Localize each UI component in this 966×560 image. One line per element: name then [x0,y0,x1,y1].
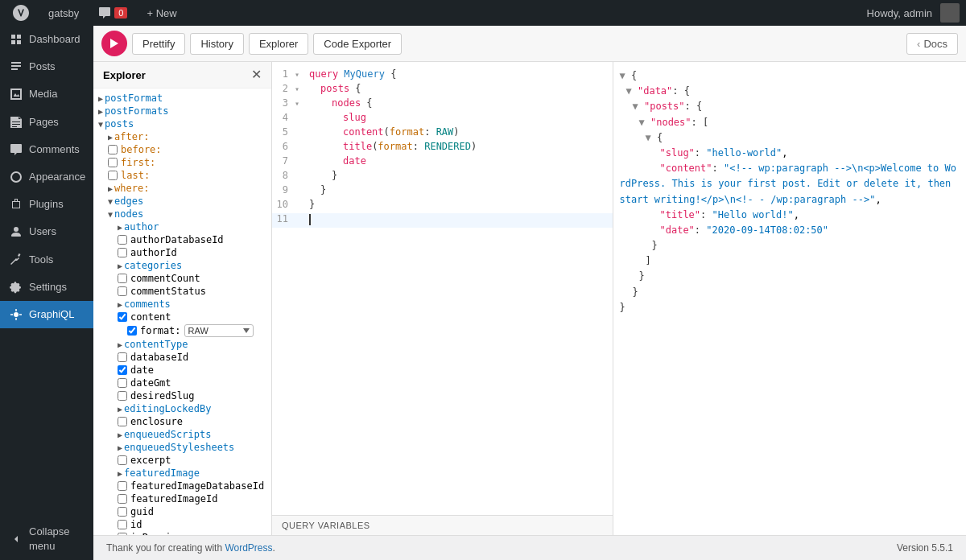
field-name: enqueuedStylesheets [124,442,234,453]
field-checkbox[interactable] [118,417,127,426]
list-item[interactable]: ▶ categories [93,259,271,272]
field-checkbox[interactable] [108,145,118,154]
sidebar-item-users[interactable]: Users [0,218,93,245]
arrow-icon: ▶ [118,443,122,452]
list-item[interactable]: before: [93,143,271,156]
list-item[interactable]: featuredImageDatabaseId [93,480,271,492]
list-item[interactable]: ▶ enqueuedStylesheets [93,441,271,454]
field-name: posts [105,118,134,130]
result-line: "title": "Hello world!", [620,208,960,223]
prettify-button[interactable]: Prettify [132,33,185,55]
list-item[interactable]: content [93,311,271,323]
format-checkbox[interactable] [127,326,137,336]
list-item[interactable]: ▶ contentType [93,338,271,351]
list-item[interactable]: ▼ edges [93,195,271,208]
format-select[interactable]: RAW RENDERED [184,324,254,337]
list-item[interactable]: authorId [93,246,271,259]
list-item[interactable]: databaseId [93,351,271,364]
list-item[interactable]: ▶ author [93,220,271,233]
sidebar-item-dashboard[interactable]: Dashboard [0,26,93,53]
field-checkbox[interactable] [118,507,127,517]
code-exporter-button[interactable]: Code Exporter [313,33,402,55]
list-item[interactable]: ▼ nodes [93,208,271,220]
sidebar-item-collapse[interactable]: Collapse menu [0,518,93,560]
field-checkbox[interactable] [118,494,127,504]
wordpress-link[interactable]: WordPress [225,542,272,554]
query-variables-bar[interactable]: QUERY VARIABLES [272,515,613,535]
adminbar-site-name[interactable]: gatsby [42,0,85,26]
list-item[interactable]: desiredSlug [93,389,271,402]
sidebar-item-tools[interactable]: Tools [0,246,93,274]
field-checkbox[interactable] [118,378,127,388]
list-item[interactable]: commentCount [93,272,271,285]
date-checkbox[interactable] [118,365,127,375]
list-item[interactable]: enclosure [93,415,271,428]
list-item[interactable]: ▶ postFormat [93,92,271,105]
list-item[interactable]: featuredImageId [93,492,271,505]
sidebar-item-pages[interactable]: Pages [0,109,93,136]
list-item[interactable]: ▶ comments [93,298,271,311]
sidebar-item-label: Collapse menu [29,525,84,554]
execute-button[interactable] [101,31,127,56]
field-checkbox[interactable] [118,274,127,283]
editor-body[interactable]: 1 ▾ query MyQuery { 2 ▾ posts { 3 ▾ [272,62,613,515]
field-name: first: [121,157,155,168]
list-item[interactable]: ▶ postFormats [93,105,271,117]
field-checkbox[interactable] [118,248,127,257]
sidebar-item-settings[interactable]: Settings [0,274,93,301]
list-item[interactable]: id [93,518,271,531]
arrow-icon: ▶ [98,94,103,103]
field-name: authorDatabaseId [130,234,224,245]
field-checkbox[interactable] [108,171,118,180]
content-checkbox[interactable] [118,312,127,322]
editor-line: 4 slug [272,112,613,126]
list-item[interactable]: ▼ posts [93,117,271,130]
adminbar-wp-logo[interactable] [6,0,35,26]
list-item[interactable]: excerpt [93,454,271,467]
field-checkbox[interactable] [118,235,127,245]
sidebar-item-comments[interactable]: Comments [0,136,93,163]
posts-icon [10,60,23,73]
list-item[interactable]: dateGmt [93,377,271,389]
list-item[interactable]: ▶ editingLockedBy [93,402,271,415]
list-item[interactable]: last: [93,169,271,182]
field-name: comments [124,299,171,310]
footer-text: Thank you for creating with WordPress. [106,542,275,554]
list-item[interactable]: date [93,364,271,377]
settings-icon [10,281,23,294]
editor-line: 9 } [272,184,613,199]
list-item[interactable]: first: [93,156,271,169]
history-button[interactable]: History [190,33,243,55]
field-checkbox[interactable] [118,286,127,296]
arrow-icon: ▶ [118,430,122,439]
field-checkbox[interactable] [118,481,127,491]
explorer-close-button[interactable]: ✕ [251,68,262,81]
field-checkbox[interactable] [118,391,127,401]
arrow-icon: ▶ [118,261,122,270]
list-item[interactable]: format: RAW RENDERED [93,323,271,338]
sidebar-item-graphiql[interactable]: GraphiQL [0,301,93,328]
field-checkbox[interactable] [118,352,127,362]
adminbar-new[interactable]: + New [140,0,183,26]
list-item[interactable]: ▶ where: [93,182,271,195]
list-item[interactable]: commentStatus [93,285,271,298]
docs-button[interactable]: ‹ Docs [906,33,958,55]
sidebar-item-appearance[interactable]: Appearance [0,163,93,191]
tools-icon [10,253,23,266]
field-checkbox[interactable] [118,520,127,529]
sidebar-item-plugins[interactable]: Plugins [0,191,93,218]
sidebar-item-media[interactable]: Media [0,80,93,108]
list-item[interactable]: authorDatabaseId [93,233,271,246]
sidebar-item-posts[interactable]: Posts [0,53,93,80]
adminbar-comments[interactable]: 0 [92,0,134,26]
field-name: edges [114,196,143,207]
field-checkbox[interactable] [118,455,127,465]
list-item[interactable]: ▶ after: [93,130,271,143]
list-item[interactable]: ▶ featuredImage [93,467,271,480]
list-item[interactable]: ▶ enqueuedScripts [93,428,271,441]
field-name: editingLockedBy [124,403,211,414]
explorer-button[interactable]: Explorer [249,33,308,55]
field-checkbox[interactable] [108,158,118,167]
editor-line: 5 content(format: RAW) [272,126,613,141]
list-item[interactable]: guid [93,505,271,518]
